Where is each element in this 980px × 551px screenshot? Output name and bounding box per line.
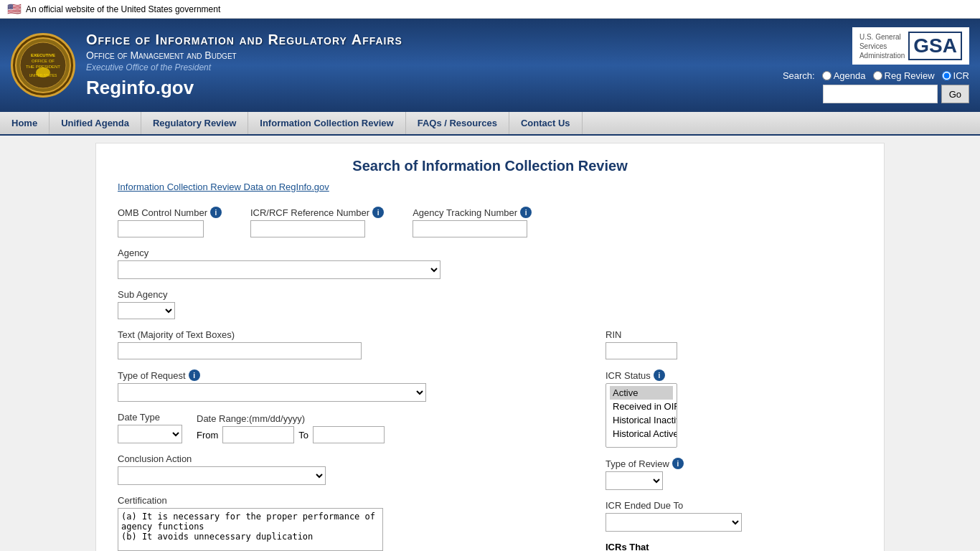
- certification-label: Certification: [118, 495, 591, 506]
- date-from-input[interactable]: [222, 426, 294, 443]
- page-title: Search of Information Collection Review: [118, 158, 862, 174]
- type-request-info-icon[interactable]: i: [189, 369, 200, 381]
- agency-label: Agency: [118, 248, 862, 258]
- omb-control-number-label: OMB Control Number i: [118, 207, 222, 218]
- search-label: Search:: [783, 70, 815, 81]
- gov-banner: 🇺🇸 An official website of the United Sta…: [0, 0, 980, 19]
- from-label: From: [197, 430, 218, 441]
- type-review-select[interactable]: [606, 471, 663, 490]
- info-link[interactable]: Information Collection Review Data on Re…: [118, 182, 862, 192]
- header-right: U.S. General Services Administration GSA…: [783, 27, 969, 103]
- form-left: Text (Majority of Text Boxes) Type of Re…: [118, 329, 591, 551]
- site-name: Reginfo.gov: [86, 77, 402, 99]
- sub-agency-label: Sub Agency: [118, 289, 862, 300]
- date-range-group: Date Range:(mm/dd/yyyy) From To: [197, 413, 385, 443]
- gov-banner-text: An official website of the United States…: [26, 4, 220, 14]
- certification-group: Certification (a) It is necessary for th…: [118, 495, 591, 551]
- icr-status-info-icon[interactable]: i: [654, 369, 665, 381]
- icr-status-label: ICR Status i: [606, 369, 862, 381]
- rin-label: RIN: [606, 329, 862, 340]
- agenda-radio-label[interactable]: Agenda: [822, 70, 866, 81]
- status-historical-inactive[interactable]: Historical Inactive: [610, 413, 673, 427]
- omb-control-number-group: OMB Control Number i: [118, 207, 222, 237]
- nav-information-collection-review[interactable]: Information Collection Review: [248, 112, 405, 134]
- presidential-seal: EXECUTIVE OFFICE OF THE PRESIDENT UNITED…: [11, 33, 75, 98]
- search-area: Search: Agenda Reg Review ICR Go: [783, 70, 969, 103]
- icr-radio[interactable]: [942, 71, 951, 80]
- date-type-select[interactable]: [118, 425, 182, 443]
- text-majority-label: Text (Majority of Text Boxes): [118, 329, 591, 340]
- reg-review-radio[interactable]: [873, 71, 882, 80]
- form-columns: Text (Majority of Text Boxes) Type of Re…: [118, 329, 862, 551]
- icr-rcf-ref-label: ICR/RCF Reference Number i: [250, 207, 384, 218]
- type-request-select[interactable]: [118, 383, 426, 402]
- status-received-in-oira[interactable]: Received in OIRA: [610, 400, 673, 413]
- sub-agency-select[interactable]: [118, 302, 175, 319]
- agency-tracking-info-icon[interactable]: i: [520, 207, 532, 218]
- icr-status-group: ICR Status i Active Received in OIRA His…: [606, 369, 862, 448]
- conclusion-action-select[interactable]: [118, 466, 326, 485]
- agency-tracking-number-label: Agency Tracking Number i: [413, 207, 532, 218]
- status-active[interactable]: Active: [610, 386, 673, 400]
- to-label: To: [298, 430, 308, 441]
- icr-ended-label: ICR Ended Due To: [606, 500, 862, 511]
- type-request-group: Type of Request i: [118, 369, 591, 402]
- main-content: Search of Information Collection Review …: [95, 143, 885, 551]
- text-majority-group: Text (Majority of Text Boxes): [118, 329, 591, 359]
- icr-rcf-info-icon[interactable]: i: [372, 207, 384, 218]
- nav-unified-agenda[interactable]: Unified Agenda: [50, 112, 141, 134]
- conclusion-action-label: Conclusion Action: [118, 453, 591, 464]
- icr-ended-group: ICR Ended Due To: [606, 500, 862, 532]
- search-radios: Search: Agenda Reg Review ICR: [783, 70, 969, 81]
- omb-info-icon[interactable]: i: [210, 207, 222, 218]
- date-to-input[interactable]: [313, 426, 385, 443]
- nav-regulatory-review[interactable]: Regulatory Review: [141, 112, 248, 134]
- icr-rcf-ref-group: ICR/RCF Reference Number i: [250, 207, 384, 237]
- svg-text:EXECUTIVE: EXECUTIVE: [31, 53, 55, 57]
- reg-review-radio-label[interactable]: Reg Review: [873, 70, 935, 81]
- date-range-inputs: From To: [197, 426, 385, 443]
- icr-ended-select[interactable]: [606, 513, 742, 532]
- type-review-label: Type of Review i: [606, 458, 862, 469]
- agency-main-title: Office of Information and Regulatory Aff…: [86, 32, 402, 48]
- header-left: EXECUTIVE OFFICE OF THE PRESIDENT UNITED…: [11, 32, 402, 99]
- nav-contact-us[interactable]: Contact Us: [509, 112, 583, 134]
- type-review-group: Type of Review i: [606, 458, 862, 490]
- status-historical-active[interactable]: Historical Active: [610, 427, 673, 441]
- flag-icon: 🇺🇸: [7, 2, 22, 16]
- agency-exec-title: Executive Office of the President: [86, 62, 402, 72]
- date-range-label: Date Range:(mm/dd/yyyy): [197, 413, 385, 424]
- top-fields-row: OMB Control Number i ICR/RCF Reference N…: [118, 207, 862, 237]
- conclusion-action-group: Conclusion Action: [118, 453, 591, 485]
- agency-group: Agency: [118, 248, 862, 279]
- rin-input[interactable]: [606, 342, 677, 359]
- gsa-abbr: GSA: [908, 32, 962, 60]
- icr-rcf-ref-input[interactable]: [250, 220, 365, 237]
- date-row: Date Type Date Range:(mm/dd/yyyy) From T…: [118, 412, 591, 443]
- search-box-row: Go: [823, 85, 969, 103]
- type-review-info-icon[interactable]: i: [672, 458, 684, 469]
- date-type-label: Date Type: [118, 412, 182, 423]
- rin-group: RIN: [606, 329, 862, 359]
- icr-radio-label[interactable]: ICR: [942, 70, 969, 81]
- agency-tracking-number-input[interactable]: [413, 220, 527, 237]
- date-type-group: Date Type: [118, 412, 182, 443]
- gsa-text: U.S. General Services Administration: [859, 32, 905, 60]
- agency-title: Office of Information and Regulatory Aff…: [86, 32, 402, 99]
- omb-control-number-input[interactable]: [118, 220, 204, 237]
- svg-text:OFFICE OF: OFFICE OF: [32, 59, 55, 63]
- agency-select[interactable]: [118, 260, 440, 279]
- certification-textarea[interactable]: (a) It is necessary for the proper perfo…: [118, 508, 383, 551]
- gsa-logo: U.S. General Services Administration GSA: [852, 27, 969, 65]
- type-request-label: Type of Request i: [118, 369, 591, 381]
- go-button[interactable]: Go: [941, 85, 969, 103]
- agenda-radio[interactable]: [822, 71, 831, 80]
- text-majority-input[interactable]: [118, 342, 362, 359]
- icr-status-select[interactable]: Active Received in OIRA Historical Inact…: [606, 383, 677, 448]
- search-input[interactable]: [823, 85, 938, 103]
- nav-faqs-resources[interactable]: FAQs / Resources: [406, 112, 509, 134]
- icrs-that-label: ICRs That: [606, 542, 862, 551]
- header: EXECUTIVE OFFICE OF THE PRESIDENT UNITED…: [0, 19, 980, 112]
- icrs-that-section: ICRs That Are generic Privacy impact ass…: [606, 542, 862, 551]
- nav-home[interactable]: Home: [0, 112, 50, 134]
